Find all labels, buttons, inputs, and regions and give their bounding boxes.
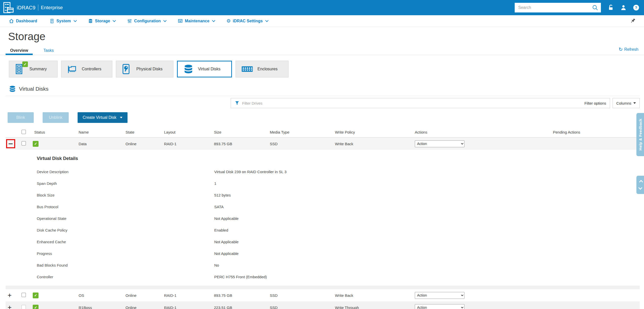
create-virtual-disk-button[interactable]: Create Virtual Disk: [78, 112, 128, 123]
virtual-disk-details-panel: Virtual Disk Details Device DescriptionV…: [6, 150, 640, 286]
action-select[interactable]: Action: [415, 292, 464, 299]
table-action-buttons: Blink Unblink Create Virtual Disk: [8, 112, 644, 123]
detail-label: Bus Protocol: [37, 205, 214, 209]
blink-button[interactable]: Blink: [8, 112, 34, 123]
collapse-row-button[interactable]: [9, 143, 13, 144]
table-row-r1boss: + ✓ R1Boss Online RAID-1 223.51 GB SSD W…: [6, 301, 640, 309]
top-icon-group: ?: [607, 4, 639, 11]
monitor-chart-icon: [178, 19, 183, 24]
status-ok-badge: ✓: [33, 141, 39, 147]
nav-label: Dashboard: [16, 19, 37, 23]
nav-configuration[interactable]: Configuration: [127, 19, 166, 24]
caret-down-icon: [120, 117, 122, 118]
cell-name: R1Boss: [76, 305, 123, 309]
cell-media-type: SSD: [267, 293, 332, 298]
detail-label: Block Size: [37, 193, 214, 197]
help-feedback-tab[interactable]: Help & Feedback: [636, 113, 644, 156]
scroll-down-chevron-icon[interactable]: [638, 186, 642, 190]
expand-row-button[interactable]: +: [8, 304, 12, 309]
main-nav: Dashboard System Storage: [0, 15, 644, 27]
enclosure-icon: [241, 63, 253, 75]
action-select[interactable]: Action: [415, 140, 464, 147]
refresh-button[interactable]: ↻ Refresh: [619, 46, 638, 52]
refresh-icon: ↻: [619, 46, 623, 52]
chevron-down-icon: [163, 19, 167, 22]
card-virtual-disks[interactable]: Virtual Disks: [177, 61, 232, 77]
nav-dashboard[interactable]: Dashboard: [9, 19, 37, 24]
nav-label: Maintenance: [185, 19, 209, 23]
detail-value: Enabled: [214, 228, 228, 232]
row-checkbox[interactable]: [22, 293, 26, 297]
virtual-disks-section-header: Virtual Disks: [9, 85, 644, 93]
search-icon[interactable]: [592, 4, 598, 11]
nav-storage[interactable]: Storage: [88, 19, 115, 24]
status-ok-badge: ✓: [33, 292, 39, 298]
card-enclosures[interactable]: Enclosures: [236, 61, 289, 77]
expand-row-button[interactable]: +: [8, 291, 12, 299]
virtual-disk-section-icon: [9, 85, 16, 93]
cell-write-policy: Write Through: [332, 305, 412, 309]
filter-options-button[interactable]: Filter options: [584, 101, 606, 105]
tab-overview[interactable]: Overview: [6, 46, 33, 55]
column-header: Status: [32, 130, 76, 134]
unblink-button[interactable]: Unblink: [43, 112, 69, 123]
caret-down-icon: [633, 102, 636, 104]
cell-state: Online: [123, 305, 162, 309]
row-checkbox[interactable]: [22, 141, 26, 145]
column-header: State: [123, 130, 162, 134]
table-row-os: + ✓ OS Online RAID-1 893.75 GB SSD Write…: [6, 289, 640, 301]
detail-value: 1: [214, 181, 216, 186]
detail-label: Device Description: [37, 170, 214, 174]
virtual-disk-icon: [183, 63, 193, 75]
chevron-down-icon: [265, 19, 269, 22]
action-select[interactable]: Action: [415, 304, 464, 309]
card-summary[interactable]: ✓ Summary: [9, 61, 58, 77]
table-header-row: Status Name State Layout Size Media Type…: [6, 127, 640, 138]
filter-drives-input[interactable]: [242, 101, 582, 105]
global-search: [515, 3, 601, 12]
cell-write-policy: Write Back: [332, 293, 412, 298]
scroll-up-chevron-icon[interactable]: [639, 180, 643, 184]
cell-layout: RAID-1: [162, 293, 211, 298]
help-icon[interactable]: ?: [633, 4, 639, 11]
annotation-highlight-box: [6, 139, 15, 148]
nav-idrac-settings[interactable]: ⚙ iDRAC Settings: [226, 19, 267, 23]
brand: iDRAC9 Enterprise: [17, 5, 63, 11]
details-title: Virtual Disk Details: [37, 156, 640, 161]
column-header: Media Type: [267, 130, 332, 134]
cell-layout: RAID-1: [162, 142, 211, 146]
tab-tasks[interactable]: Tasks: [39, 46, 58, 55]
cell-media-type: SSD: [267, 305, 332, 309]
controller-card-icon: [67, 63, 77, 75]
card-label: Virtual Disks: [198, 67, 221, 71]
create-virtual-disk-label: Create Virtual Disk: [83, 115, 116, 120]
column-header: Layout: [162, 130, 211, 134]
search-input[interactable]: [518, 5, 592, 10]
card-physical-disks[interactable]: Physical Disks: [116, 61, 173, 77]
detail-value: 512 bytes: [214, 193, 231, 197]
tab-strip: Overview Tasks ↻ Refresh: [0, 46, 644, 55]
nav-label: System: [57, 19, 71, 23]
detail-label: Operational State: [37, 216, 214, 221]
unlock-icon[interactable]: [607, 4, 614, 11]
select-all-checkbox[interactable]: [22, 130, 26, 134]
row-group-separator: [6, 286, 640, 289]
server-icon: [49, 19, 55, 24]
nav-maintenance[interactable]: Maintenance: [178, 19, 214, 24]
card-controllers[interactable]: Controllers: [61, 61, 112, 77]
column-header: Actions: [412, 130, 550, 134]
page-title: Storage: [8, 30, 644, 43]
card-label: Summary: [29, 67, 47, 71]
detail-value: Not Applicable: [214, 216, 239, 221]
cell-size: 893.75 GB: [211, 293, 267, 298]
nav-label: Storage: [95, 19, 110, 23]
nav-system[interactable]: System: [49, 19, 76, 24]
detail-value: No: [214, 263, 219, 267]
user-icon[interactable]: [620, 4, 627, 11]
brand-name: iDRAC9: [17, 5, 35, 11]
detail-value: Not Applicable: [214, 251, 239, 256]
top-bar: iDRAC9 Enterprise ?: [0, 0, 644, 15]
pin-icon[interactable]: [630, 18, 636, 24]
columns-button[interactable]: Columns: [613, 98, 640, 108]
row-checkbox[interactable]: [22, 305, 26, 309]
